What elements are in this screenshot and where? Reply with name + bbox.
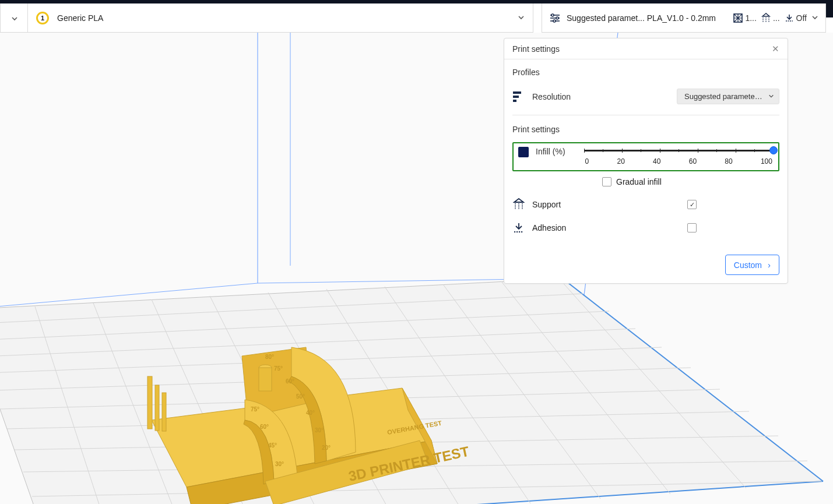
infill-chip-value: 1...	[745, 13, 756, 23]
resolution-row: Resolution Suggested parameters fo...	[512, 85, 779, 108]
tick-label: 40	[653, 157, 660, 165]
tick-label: 80	[725, 157, 732, 165]
panel-footer: Custom ›	[504, 247, 788, 283]
svg-rect-47	[259, 368, 272, 391]
support-icon	[761, 13, 771, 23]
resolution-value: Suggested parameters fo...	[684, 92, 765, 101]
chevron-down-icon	[518, 13, 525, 23]
adhesion-row: Adhesion	[512, 219, 779, 242]
angle-mark: 75°	[274, 365, 283, 372]
panel-header: Print settings ✕	[504, 38, 788, 59]
extruder-number: 1	[41, 15, 44, 22]
svg-point-3	[551, 14, 554, 16]
tick-label: 0	[585, 157, 589, 165]
angle-mark: 60°	[260, 424, 269, 430]
gradual-infill-row: Gradual infill	[602, 171, 779, 190]
material-selector[interactable]: 1 Generic PLA	[28, 3, 533, 33]
chevron-down-icon	[811, 13, 818, 23]
support-chip: ...	[761, 13, 780, 23]
chevron-right-icon: ›	[768, 260, 771, 270]
adhesion-checkbox[interactable]	[687, 223, 697, 232]
svg-rect-42	[147, 376, 152, 429]
divider	[512, 115, 779, 115]
chevron-down-icon	[11, 15, 17, 21]
tick-label: 20	[617, 157, 625, 165]
resolution-dropdown[interactable]: Suggested parameters fo...	[677, 89, 779, 104]
angle-mark: 80°	[265, 354, 274, 360]
adhesion-chip-value: Off	[796, 13, 807, 23]
support-label: Support	[532, 200, 561, 209]
panel-title: Print settings	[512, 44, 560, 54]
svg-rect-51	[513, 100, 516, 102]
angle-mark: 75°	[251, 406, 259, 413]
adhesion-icon	[785, 13, 794, 23]
infill-chip: 1...	[733, 13, 756, 23]
tick-label: 60	[689, 157, 697, 165]
profile-summary-chips: 1... ... Off	[733, 13, 818, 23]
print-settings-panel: Print settings ✕ Profiles Resolution Sug…	[504, 38, 788, 284]
gradual-infill-checkbox[interactable]	[602, 177, 611, 186]
adhesion-label: Adhesion	[532, 223, 566, 232]
spacer	[533, 3, 542, 33]
infill-slider-ticks: 0 20 40 60 80 100	[584, 157, 774, 165]
angle-mark: 45°	[268, 442, 277, 449]
infill-icon	[733, 13, 743, 23]
angle-mark: 30°	[315, 427, 324, 433]
profiles-section-title: Profiles	[512, 68, 779, 77]
chevron-down-icon	[768, 92, 774, 101]
custom-button-label: Custom	[734, 260, 762, 270]
custom-button[interactable]: Custom ›	[725, 255, 779, 275]
infill-row-highlighted: Infill (%) 0	[512, 142, 779, 171]
profile-name: Suggested paramet... PLA_V1.0 - 0.2mm	[567, 13, 716, 23]
top-toolbar: 1 Generic PLA Suggested paramet... PLA_V…	[0, 3, 833, 33]
resolution-icon	[512, 90, 525, 103]
svg-rect-49	[513, 91, 521, 94]
svg-point-4	[556, 17, 558, 19]
resolution-label: Resolution	[532, 92, 571, 101]
sliders-icon	[549, 12, 561, 24]
support-row: Support	[512, 190, 779, 219]
angle-mark: 60°	[286, 378, 294, 385]
support-chip-value: ...	[773, 13, 780, 23]
svg-point-5	[553, 20, 556, 22]
extruder-badge: 1	[36, 12, 49, 24]
infill-slider[interactable]	[584, 147, 774, 155]
svg-rect-50	[513, 96, 519, 98]
infill-slider-knob[interactable]	[769, 146, 778, 154]
close-icon[interactable]: ✕	[772, 44, 779, 54]
gradual-infill-label: Gradual infill	[616, 177, 662, 186]
angle-mark: 20°	[322, 445, 331, 451]
angle-mark: 30°	[275, 461, 284, 467]
support-icon	[512, 198, 525, 211]
print-settings-section-title: Print settings	[512, 125, 779, 134]
svg-rect-43	[155, 385, 159, 431]
angle-mark: 50°	[296, 393, 305, 400]
infill-icon	[518, 147, 529, 157]
support-checkbox[interactable]	[687, 200, 697, 209]
tick-label: 100	[761, 157, 772, 165]
extruder-menu-toggle[interactable]	[0, 3, 28, 33]
angle-mark: 40°	[306, 410, 315, 416]
svg-rect-44	[162, 393, 166, 431]
material-label: Generic PLA	[57, 13, 103, 23]
print-profile-selector[interactable]: Suggested paramet... PLA_V1.0 - 0.2mm 1.…	[542, 3, 826, 33]
adhesion-chip: Off	[785, 13, 807, 23]
adhesion-icon	[512, 221, 525, 234]
infill-label: Infill (%)	[536, 147, 565, 156]
